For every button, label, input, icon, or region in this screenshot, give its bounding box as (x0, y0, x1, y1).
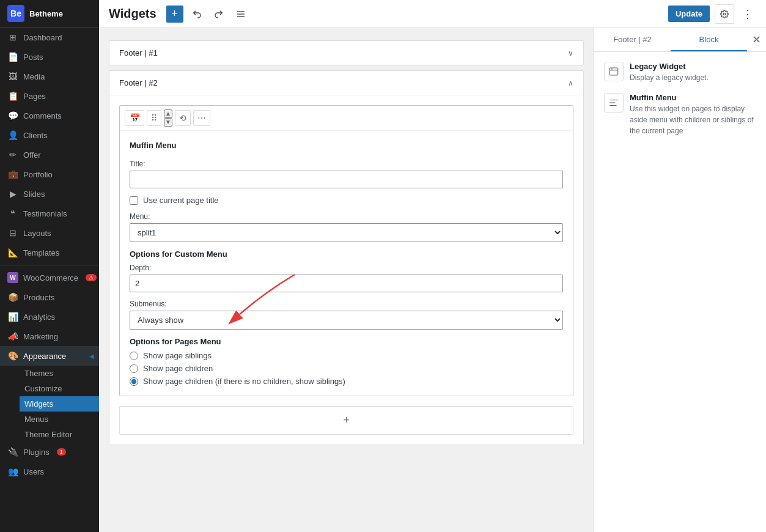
topbar: Widgets + Update ⋮ (99, 0, 766, 28)
sidebar-item-testimonials[interactable]: ❝ Testimonials (0, 204, 99, 223)
testimonials-icon: ❝ (7, 208, 18, 219)
right-panel-close-button[interactable]: ✕ (747, 28, 766, 51)
sidebar-item-label: Dashboard (23, 33, 62, 42)
sidebar-item-portfolio[interactable]: 💼 Portfolio (0, 164, 99, 184)
media-icon: 🖼 (7, 71, 18, 82)
sidebar-item-label: Posts (23, 53, 43, 62)
title-input[interactable] (130, 171, 563, 188)
title-field-label: Title: (130, 160, 563, 168)
slides-icon: ▶ (7, 188, 18, 199)
sidebar-item-label: Themes (24, 369, 53, 378)
sidebar-item-label: Offer (23, 150, 41, 160)
clients-icon: 👤 (7, 130, 18, 141)
submenus-select[interactable]: Always show Show on hover Never show (130, 311, 563, 330)
list-view-button[interactable] (232, 6, 249, 23)
sidebar-item-customize[interactable]: Customize (20, 381, 99, 396)
sidebar-item-layouts[interactable]: ⊟ Layouts (0, 223, 99, 243)
products-icon: 📦 (7, 292, 18, 303)
content-area: Footer | #1 ∨ Footer | #2 ∧ 📅 ⠿ (99, 28, 766, 532)
sidebar-item-label: Customize (24, 384, 62, 393)
widget-more-button[interactable]: ⋯ (193, 110, 210, 126)
widget-name-label: Muffin Menu (130, 141, 563, 150)
betheme-logo-text: Betheme (29, 9, 63, 18)
sidebar-item-label: Users (23, 467, 44, 476)
sidebar-item-widgets[interactable]: Widgets (20, 396, 99, 412)
widget-drag-button[interactable]: ⠿ (147, 110, 161, 126)
tab-footer2[interactable]: Footer | #2 (594, 29, 671, 51)
show-page-children-fallback-radio[interactable] (130, 377, 138, 386)
use-current-title-checkbox[interactable] (130, 196, 138, 205)
sidebar-item-label: Widgets (24, 399, 53, 408)
radio-show-children-fallback-row: Show page children (if there is no child… (130, 377, 563, 386)
legacy-widget-title: Legacy Widget (630, 62, 709, 71)
sidebar-item-comments[interactable]: 💬 Comments (0, 106, 99, 125)
sidebar-item-users[interactable]: 👥 Users (0, 462, 99, 481)
sidebar-item-media[interactable]: 🖼 Media (0, 67, 99, 86)
undo-button[interactable] (188, 6, 205, 23)
sidebar-item-templates[interactable]: 📐 Templates (0, 243, 99, 262)
sidebar-item-plugins[interactable]: 🔌 Plugins 1 (0, 442, 99, 462)
footer2-header[interactable]: Footer | #2 ∧ (109, 71, 583, 95)
sidebar-item-label: Appearance (23, 352, 66, 361)
pages-menu-radio-group: Show page siblings Show page children Sh… (130, 351, 563, 386)
sidebar-item-marketing[interactable]: 📣 Marketing (0, 327, 99, 346)
sidebar-item-appearance[interactable]: 🎨 Appearance ◀ (0, 346, 99, 366)
more-options-button[interactable]: ⋮ (739, 6, 756, 23)
widget-transform-button[interactable]: ⟲ (175, 110, 191, 126)
settings-button[interactable] (715, 4, 734, 24)
templates-icon: 📐 (7, 247, 18, 258)
update-button[interactable]: Update (668, 6, 710, 22)
widget-arrow-down-button[interactable]: ▼ (164, 118, 172, 127)
woocommerce-icon: W (7, 272, 18, 283)
sidebar-item-woocommerce[interactable]: W WooCommerce ⚠ (0, 268, 99, 287)
radio-show-siblings-row: Show page siblings (130, 351, 563, 360)
widget-arrow-up-button[interactable]: ▲ (164, 109, 172, 118)
dashboard-icon: ⊞ (7, 32, 18, 43)
submenus-field-label: Submenus: (130, 300, 563, 308)
offer-icon: ✏ (7, 149, 18, 160)
sidebar-item-clients[interactable]: 👤 Clients (0, 125, 99, 145)
sidebar-item-offer[interactable]: ✏ Offer (0, 145, 99, 164)
sidebar-item-label: WooCommerce (23, 273, 78, 283)
muffin-menu-desc: Use this widget on pages to display asid… (630, 103, 756, 136)
add-block-button[interactable]: + (119, 406, 573, 435)
show-page-children-fallback-label: Show page children (if there is no child… (143, 377, 345, 386)
sidebar-item-menus[interactable]: Menus (20, 412, 99, 427)
show-page-siblings-radio[interactable] (130, 352, 138, 360)
users-icon: 👥 (7, 466, 18, 477)
menu-field-label: Menu: (130, 212, 563, 221)
sidebar-item-slides[interactable]: ▶ Slides (0, 184, 99, 204)
tab-block[interactable]: Block (671, 29, 747, 51)
sidebar-item-theme-editor[interactable]: Theme Editor (20, 427, 99, 442)
sidebar-item-label: Comments (23, 111, 62, 120)
depth-input[interactable] (130, 275, 563, 292)
legacy-widget-desc: Display a legacy widget. (630, 72, 709, 83)
pages-icon: 📋 (7, 91, 18, 102)
widget-calendar-button[interactable]: 📅 (125, 110, 144, 126)
sidebar-item-posts[interactable]: 📄 Posts (0, 47, 99, 67)
add-block-button[interactable]: + (166, 6, 183, 23)
sidebar-item-label: Marketing (23, 332, 58, 341)
svg-rect-5 (609, 68, 618, 75)
sidebar-item-pages[interactable]: 📋 Pages (0, 86, 99, 106)
sidebar-item-label: Templates (23, 248, 59, 257)
sidebar-item-label: Analytics (23, 312, 55, 322)
sidebar-item-themes[interactable]: Themes (20, 366, 99, 381)
plugins-badge: 1 (57, 448, 66, 456)
sidebar-item-products[interactable]: 📦 Products (0, 287, 99, 307)
sidebar-logo[interactable]: Be Betheme (0, 0, 99, 28)
muffin-menu-widget: 📅 ⠿ ▲ ▼ ⟲ ⋯ Muffin Men (119, 105, 573, 396)
widget-toolbar: 📅 ⠿ ▲ ▼ ⟲ ⋯ (120, 106, 573, 131)
drag-handle-icon: ⠿ (151, 113, 157, 123)
collapse-arrow-icon: ◀ (89, 353, 94, 360)
footer2-section: Footer | #2 ∧ 📅 ⠿ ▲ ▼ (109, 70, 584, 445)
portfolio-icon: 💼 (7, 169, 18, 180)
sidebar-item-label: Pages (23, 92, 46, 101)
sidebar-item-dashboard[interactable]: ⊞ Dashboard (0, 28, 99, 47)
menu-select[interactable]: split1 split2 Main Menu (130, 223, 563, 242)
show-page-children-radio[interactable] (130, 364, 138, 373)
footer1-header[interactable]: Footer | #1 ∨ (109, 41, 583, 65)
right-panel: Footer | #2 Block ✕ Legacy Widget Displa… (594, 28, 766, 532)
sidebar-item-analytics[interactable]: 📊 Analytics (0, 307, 99, 327)
redo-button[interactable] (210, 6, 227, 23)
